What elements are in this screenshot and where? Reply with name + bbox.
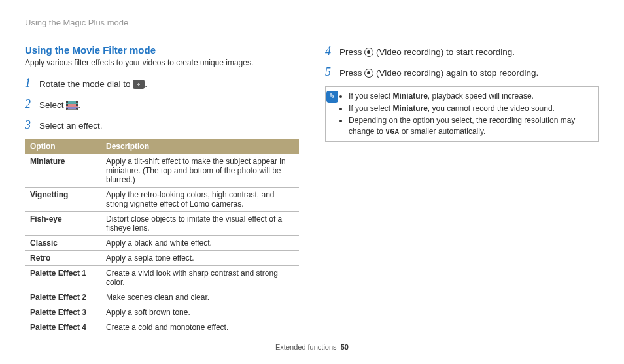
table-row: Fish-eyeDistort close objects to imitate…: [25, 211, 299, 235]
step-3: 3 Select an effect.: [25, 118, 299, 133]
note-item: Depending on the option you select, the …: [349, 115, 593, 137]
content-columns: Using the Movie Filter mode Apply variou…: [25, 44, 599, 335]
left-column: Using the Movie Filter mode Apply variou…: [25, 44, 299, 335]
table-row: Palette Effect 4Create a cold and monoto…: [25, 320, 299, 335]
option-desc: Apply a tilt-shift effect to make the su…: [101, 154, 299, 187]
mode-dial-icon: [133, 80, 145, 89]
note-icon-wrap: ✎: [326, 87, 338, 141]
movie-filter-icon: [66, 101, 78, 110]
page-number: 50: [341, 343, 349, 351]
step-4: 4 Press (Video recording) to start recor…: [325, 44, 599, 59]
right-column: 4 Press (Video recording) to start recor…: [325, 44, 599, 335]
vga-icon: VGA: [385, 127, 399, 137]
table-row: Palette Effect 3Apply a soft brown tone.: [25, 305, 299, 320]
option-name: Retro: [25, 250, 101, 265]
option-desc: Apply a sepia tone effect.: [101, 250, 299, 265]
footer-section: Extended functions: [275, 343, 337, 351]
step-2: 2 Select .: [25, 97, 299, 112]
table-row: RetroApply a sepia tone effect.: [25, 250, 299, 265]
step-1: 1 Rotate the mode dial to .: [25, 76, 299, 91]
table-row: Palette Effect 1Create a vivid look with…: [25, 265, 299, 290]
table-row: ClassicApply a black and white effect.: [25, 235, 299, 250]
option-name: Palette Effect 4: [25, 320, 101, 335]
step-number: 5: [325, 65, 334, 79]
step-text: Press (Video recording) again to stop re…: [339, 67, 538, 80]
step-text: Rotate the mode dial to .: [39, 78, 147, 91]
option-name: Miniature: [25, 154, 101, 187]
option-name: Palette Effect 3: [25, 305, 101, 320]
step-number: 1: [25, 76, 34, 90]
page-header: Using the Magic Plus mode: [25, 16, 599, 31]
note-icon: ✎: [326, 91, 338, 103]
step-text: Select .: [39, 99, 80, 112]
note-item: If you select Miniature, playback speed …: [349, 91, 593, 102]
option-name: Fish-eye: [25, 211, 101, 235]
option-desc: Apply a soft brown tone.: [101, 305, 299, 320]
option-desc: Create a cold and monotone effect.: [101, 320, 299, 335]
table-row: MiniatureApply a tilt-shift effect to ma…: [25, 154, 299, 187]
option-name: Palette Effect 1: [25, 265, 101, 290]
step-text: Select an effect.: [39, 120, 103, 133]
step-number: 3: [25, 118, 34, 132]
note-body: If you select Miniature, playback speed …: [338, 87, 598, 141]
table-row: VignettingApply the retro-looking colors…: [25, 187, 299, 211]
table-row: Palette Effect 2Make scenes clean and cl…: [25, 290, 299, 305]
col-option: Option: [25, 139, 101, 154]
option-name: Vignetting: [25, 187, 101, 211]
step-number: 4: [325, 44, 334, 58]
note-box: ✎ If you select Miniature, playback spee…: [325, 86, 599, 142]
option-name: Palette Effect 2: [25, 290, 101, 305]
option-desc: Apply the retro-looking colors, high con…: [101, 187, 299, 211]
step-5: 5 Press (Video recording) again to stop …: [325, 65, 599, 80]
option-desc: Distort close objects to imitate the vis…: [101, 211, 299, 235]
record-icon: [364, 69, 373, 78]
effects-table: Option Description MiniatureApply a tilt…: [25, 139, 299, 335]
option-desc: Make scenes clean and clear.: [101, 290, 299, 305]
table-header-row: Option Description: [25, 139, 299, 154]
page-footer: Extended functions 50: [0, 343, 624, 351]
step-number: 2: [25, 97, 34, 111]
header-text: Using the Magic Plus mode: [25, 18, 128, 27]
section-desc: Apply various filter effects to your vid…: [25, 58, 299, 67]
col-description: Description: [101, 139, 299, 154]
note-item: If you select Miniature, you cannot reco…: [349, 103, 593, 114]
option-name: Classic: [25, 235, 101, 250]
option-desc: Create a vivid look with sharp contrast …: [101, 265, 299, 290]
section-title: Using the Movie Filter mode: [25, 44, 299, 56]
record-icon: [364, 48, 373, 57]
option-desc: Apply a black and white effect.: [101, 235, 299, 250]
step-text: Press (Video recording) to start recordi…: [339, 46, 515, 59]
